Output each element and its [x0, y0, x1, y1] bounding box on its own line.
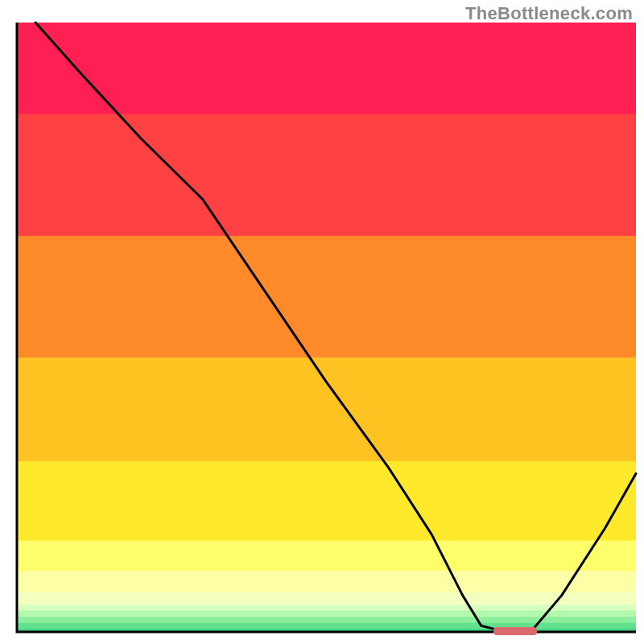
chart-root: { "watermark": "TheBottleneck.com", "cha… [0, 0, 644, 644]
svg-rect-1 [17, 114, 636, 237]
plot-canvas [0, 0, 644, 644]
svg-rect-5 [17, 540, 636, 571]
svg-rect-6 [17, 571, 636, 592]
svg-rect-11 [17, 623, 636, 630]
svg-rect-8 [17, 605, 636, 611]
watermark-text: TheBottleneck.com [465, 3, 633, 24]
svg-rect-2 [17, 236, 636, 358]
optimal-marker [493, 627, 537, 635]
svg-rect-3 [17, 357, 636, 461]
svg-rect-4 [17, 461, 636, 541]
svg-rect-0 [17, 23, 636, 114]
svg-rect-7 [17, 592, 636, 605]
gradient-background [17, 23, 636, 633]
